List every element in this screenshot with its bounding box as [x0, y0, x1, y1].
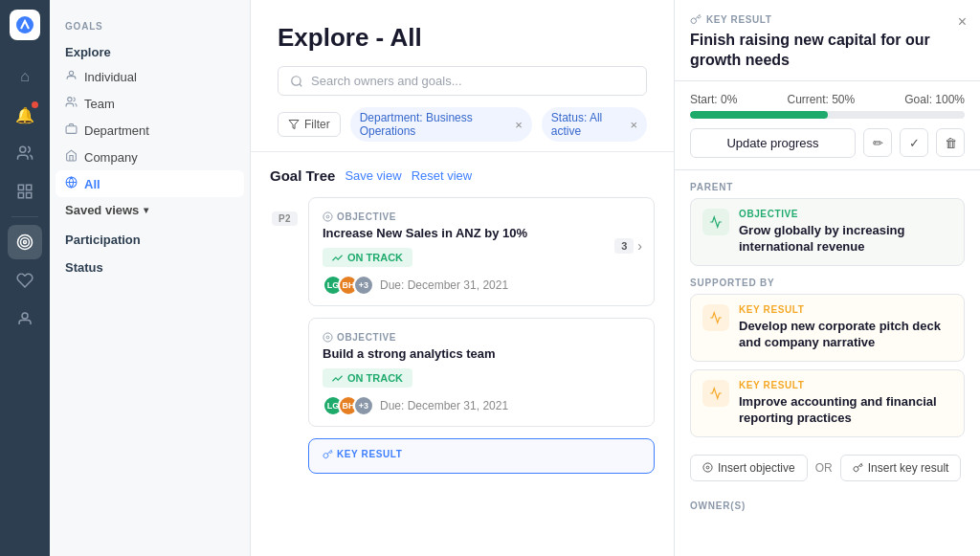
status-filter-remove[interactable]: ×: [630, 118, 637, 132]
insert-key-result-button[interactable]: Insert key result: [840, 455, 962, 481]
parent-card-title: Grow globally by increasing internationa…: [739, 222, 952, 256]
svg-rect-3: [27, 185, 32, 189]
card-type-label-2: OBJECTIVE: [337, 332, 396, 343]
supported-card-type-2: KEY RESULT: [739, 380, 952, 390]
filter-icon: [288, 119, 300, 130]
svg-point-1: [20, 146, 26, 152]
sidebar-item-company[interactable]: Company: [50, 144, 250, 170]
panel-header: KEY RESULT Finish raising new capital fo…: [675, 0, 980, 81]
svg-point-15: [292, 76, 301, 84]
explore-section-title: Explore: [50, 35, 250, 63]
sidebar-item-company-label: Company: [84, 150, 138, 165]
confirm-button[interactable]: ✓: [900, 128, 928, 157]
progress-start: Start: 0%: [690, 93, 737, 106]
insert-objective-button[interactable]: Insert objective: [690, 455, 808, 481]
svg-point-22: [703, 463, 712, 472]
sidebar-item-all-label: All: [84, 177, 100, 191]
svg-point-8: [24, 241, 27, 244]
panel-body: PARENT OBJECTIVE Grow globally by increa…: [675, 170, 980, 556]
delete-button[interactable]: 🗑: [936, 128, 965, 157]
team-icon: [65, 96, 78, 111]
card-title-2: Build a strong analytics team: [323, 346, 640, 361]
supported-section-label: SUPPORTED BY: [690, 266, 965, 294]
goal-tree-header: Goal Tree Save view Reset view: [270, 167, 655, 184]
parent-card-icon: [702, 209, 729, 235]
parent-card[interactable]: OBJECTIVE Grow globally by increasing in…: [690, 198, 965, 266]
due-date-2: Due: December 31, 2021: [380, 399, 508, 412]
trending-icon-2: [332, 373, 343, 384]
progress-current: Current: 50%: [787, 93, 855, 106]
user-circle-icon[interactable]: [8, 301, 42, 336]
goal-tree-title: Goal Tree: [270, 167, 335, 184]
card-title-1: Increase New Sales in ANZ by 10%: [323, 226, 640, 240]
edit-button[interactable]: ✏: [863, 128, 892, 157]
goals-icon[interactable]: [8, 225, 42, 259]
svg-line-16: [300, 83, 302, 86]
objective-card-2[interactable]: OBJECTIVE Build a strong analytics team …: [308, 318, 655, 427]
parent-card-content: OBJECTIVE Grow globally by increasing in…: [739, 209, 952, 256]
globe-icon: [65, 176, 78, 191]
participation-label: Participation: [50, 223, 250, 251]
sidebar-item-all[interactable]: All: [56, 170, 244, 197]
card-nav-1[interactable]: 3 ›: [614, 238, 642, 254]
main-content: Explore - All Search owners and goals...…: [251, 0, 674, 556]
objective-card-1[interactable]: OBJECTIVE Increase New Sales in ANZ by 1…: [308, 197, 655, 306]
objective-insert-icon: [702, 462, 713, 473]
main-body: Goal Tree Save view Reset view P2 OBJECT…: [251, 152, 674, 556]
card-footer-1: LG BH +3 Due: December 31, 2021 3 ›: [323, 275, 640, 296]
progress-labels: Start: 0% Current: 50% Goal: 100%: [690, 93, 965, 106]
people-icon[interactable]: [8, 136, 42, 170]
key-insert-icon: [853, 462, 863, 473]
supported-card-2[interactable]: KEY RESULT Improve accounting and financ…: [690, 369, 965, 437]
sidebar-item-individual[interactable]: Individual: [50, 63, 250, 90]
notification-icon[interactable]: 🔔: [8, 98, 42, 132]
progress-section: Start: 0% Current: 50% Goal: 100% Update…: [675, 81, 980, 170]
svg-rect-4: [18, 193, 23, 198]
due-date-1: Due: December 31, 2021: [380, 278, 508, 292]
heart-icon[interactable]: [8, 263, 42, 298]
department-filter-tag[interactable]: Department: Business Operations ×: [350, 107, 532, 142]
filter-button[interactable]: Filter: [278, 112, 341, 137]
supported-card-content-2: KEY RESULT Improve accounting and financ…: [739, 380, 952, 427]
reset-view-button[interactable]: Reset view: [412, 168, 473, 183]
saved-views-toggle[interactable]: Saved views ▾: [50, 197, 250, 223]
svg-point-19: [326, 215, 329, 218]
svg-point-21: [326, 336, 329, 339]
objective-icon-1: [323, 211, 333, 222]
objective-icon-2: [323, 332, 333, 343]
department-filter-remove[interactable]: ×: [515, 118, 523, 132]
svg-point-0: [16, 16, 33, 33]
sidebar-item-team[interactable]: Team: [50, 90, 250, 117]
saved-views-label: Saved views: [65, 203, 139, 217]
p2-label: P2: [272, 211, 298, 226]
icon-sidebar: ⌂ 🔔: [0, 0, 50, 556]
dashboard-icon[interactable]: [8, 174, 42, 209]
supported-card-content-1: KEY RESULT Develop new corporate pitch d…: [739, 304, 952, 351]
avatars-1: LG BH +3: [323, 275, 374, 296]
svg-point-20: [323, 333, 332, 342]
supported-card-title-2: Improve accounting and financial reporti…: [739, 393, 952, 427]
chevron-down-icon: ▾: [144, 205, 148, 215]
panel-close-button[interactable]: ×: [958, 13, 967, 31]
search-icon: [290, 75, 303, 88]
sidebar-item-department[interactable]: Department: [50, 117, 250, 144]
svg-point-7: [21, 238, 30, 247]
home-icon[interactable]: ⌂: [8, 59, 42, 94]
supported-card-1[interactable]: KEY RESULT Develop new corporate pitch d…: [690, 294, 965, 362]
kr-card[interactable]: KEY RESULT: [308, 438, 655, 474]
progress-bar-track: [690, 111, 965, 119]
chevron-right-icon-1[interactable]: ›: [637, 238, 642, 254]
filter-row: Filter Department: Business Operations ×…: [278, 107, 647, 151]
priority-badge: P2: [272, 211, 298, 234]
status-filter-tag[interactable]: Status: All active ×: [542, 107, 647, 142]
status-badge-1: ON TRACK: [323, 248, 412, 267]
supported-card-icon-2: [702, 380, 729, 407]
card-type-2: OBJECTIVE: [323, 332, 640, 343]
insert-objective-label: Insert objective: [718, 461, 795, 475]
kr-type: KEY RESULT: [323, 449, 640, 459]
update-progress-button[interactable]: Update progress: [690, 128, 856, 158]
save-view-button[interactable]: Save view: [345, 168, 401, 183]
search-bar[interactable]: Search owners and goals...: [278, 66, 647, 96]
panel-type-text: KEY RESULT: [706, 14, 771, 25]
svg-marker-17: [289, 121, 299, 129]
